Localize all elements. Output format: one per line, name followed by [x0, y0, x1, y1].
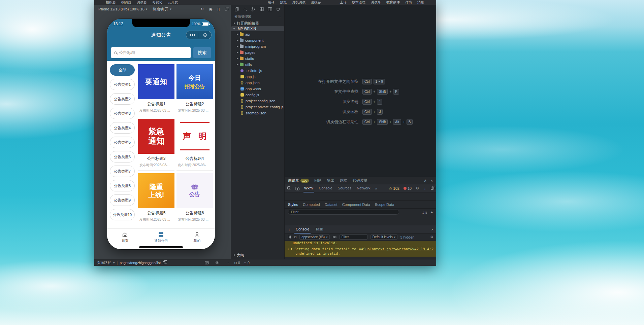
console-filter-input[interactable]	[340, 234, 368, 240]
menu-messages[interactable]: 消息	[417, 0, 424, 5]
tab-terminal[interactable]: 终端	[340, 178, 347, 183]
copy-path-icon[interactable]	[163, 261, 165, 264]
layout-icon[interactable]	[268, 7, 272, 11]
eye-icon[interactable]	[215, 261, 219, 264]
source-link[interactable]: WASubContext.js?t=wechat&v=2.19.4:2	[359, 247, 433, 251]
category-pill-all[interactable]: 全部	[110, 64, 135, 76]
collapse-icon[interactable]: ∧	[424, 178, 427, 183]
tree-folder-api[interactable]: api	[231, 31, 284, 37]
eye-icon[interactable]	[332, 236, 337, 239]
tab-notices[interactable]: 通知公告	[143, 229, 179, 245]
menu-version[interactable]: 版本管理	[352, 0, 365, 5]
menu-simulator[interactable]: 模拟器	[106, 0, 116, 5]
tab-dataset[interactable]: Dataset	[325, 203, 337, 207]
tree-folder-component[interactable]: component	[231, 37, 284, 43]
device-frame-icon[interactable]: ▯	[217, 7, 220, 11]
category-pill[interactable]: 公告类型5	[110, 137, 135, 148]
page-path-selector[interactable]: 页面路径	[97, 260, 111, 265]
console-settings-icon[interactable]: ⚙	[430, 235, 433, 239]
npm-cup-icon[interactable]	[276, 7, 281, 11]
devtools-tab-sources[interactable]: Sources	[337, 184, 352, 192]
source-control-icon[interactable]	[251, 7, 256, 11]
tree-open-editors[interactable]: 打开的编辑器	[231, 20, 284, 26]
category-pill[interactable]: 公告类型4	[110, 122, 135, 134]
more-tabs-icon[interactable]: »	[375, 186, 377, 190]
category-pill[interactable]: 公告类型3	[110, 108, 135, 119]
warning-counter[interactable]: ⚠102	[389, 186, 399, 190]
tab-problems[interactable]: 问题	[314, 178, 322, 183]
hot-reload-selector[interactable]: 热启动 开 ▾	[153, 7, 171, 12]
tree-file-project-config[interactable]: {}project.config.json	[231, 98, 284, 104]
detach-window-icon[interactable]	[225, 8, 227, 10]
category-pill[interactable]: 公告类型2	[110, 93, 135, 105]
current-page-path[interactable]: pages/tongzhigonggao/list	[120, 261, 161, 265]
styles-filter-input[interactable]	[288, 210, 399, 215]
category-pill[interactable]: 公告类型9	[110, 194, 135, 206]
add-style-icon[interactable]: +	[431, 210, 433, 214]
tree-folder-pages[interactable]: pages	[231, 49, 284, 56]
category-pill[interactable]: 公告类型1	[110, 79, 135, 90]
menu-editor[interactable]: 编辑器	[121, 0, 131, 5]
tab-home[interactable]: 首页	[107, 229, 143, 245]
hidden-count[interactable]: 3 hidden	[400, 235, 414, 239]
tab-code-quality[interactable]: 代码质量	[353, 178, 367, 183]
tab-component-data[interactable]: Component Data	[342, 203, 370, 207]
announcement-card[interactable]: 要通知 公告标题1 发布时间:2025-03-...	[138, 64, 174, 116]
resume-icon[interactable]	[287, 235, 291, 239]
category-pill[interactable]: 公告类型8	[110, 180, 135, 191]
tree-folder-utils[interactable]: utils	[231, 62, 284, 68]
tree-root-mp-weixin[interactable]: MP-WEIXIN	[231, 26, 284, 31]
capsule-more-icon[interactable]	[186, 34, 199, 36]
announcement-card[interactable]: 紧急 通知 公告标题3 发布时间:2025-03-...	[138, 119, 174, 171]
console-warning[interactable]: ⚠ Setting data field "total" to WASubCon…	[285, 246, 436, 257]
search-icon[interactable]	[243, 7, 248, 11]
menu-visualization[interactable]: 可视化	[152, 0, 162, 5]
tree-file-project-private-config[interactable]: {}project.private.config.js...	[231, 104, 284, 110]
tree-folder-static[interactable]: static	[231, 56, 284, 62]
category-pill[interactable]: 公告类型6	[110, 151, 135, 162]
inspect-icon[interactable]	[287, 186, 291, 190]
refresh-icon[interactable]: ↻	[200, 7, 204, 11]
more-icon[interactable]: ⋯	[225, 261, 229, 265]
tab-computed[interactable]: Computed	[303, 203, 320, 207]
extensions-icon[interactable]	[260, 7, 264, 11]
device-selector[interactable]: iPhone 12/13 (Pro) 100% 16 ▾	[98, 7, 147, 11]
devtools-tab-wxml[interactable]: Wxml	[303, 184, 314, 192]
explorer-more-icon[interactable]: ⋯	[278, 15, 281, 19]
device-toggle-icon[interactable]	[295, 186, 299, 190]
close-icon[interactable]: ×	[431, 179, 433, 183]
settings-gear-icon[interactable]: ⚙	[416, 186, 419, 190]
tab-scope-data[interactable]: Scope Data	[375, 203, 394, 207]
tab-output[interactable]: 输出	[327, 178, 334, 183]
menu-test-account[interactable]: 测试号	[371, 0, 381, 5]
record-icon[interactable]: ◉	[209, 7, 212, 11]
menu-debugger[interactable]: 调试器	[137, 0, 147, 5]
tree-file-app-js[interactable]: app.js	[231, 74, 284, 80]
outline-section[interactable]: 大纲	[231, 252, 284, 258]
menu-cloud[interactable]: 云开发	[168, 0, 178, 5]
tab-console[interactable]: Console	[294, 225, 311, 233]
tree-file-app-json[interactable]: {}app.json	[231, 80, 284, 86]
devtools-tab-console[interactable]: Console	[318, 184, 333, 192]
devtools-tab-network[interactable]: Network	[356, 184, 371, 192]
files-icon[interactable]	[235, 7, 239, 11]
search-button[interactable]: 搜索	[193, 47, 211, 58]
close-console-icon[interactable]: ×	[431, 227, 433, 231]
devtools-menu-icon[interactable]: ⋮	[423, 186, 427, 190]
tab-task[interactable]: Task	[314, 225, 324, 233]
cls-toggle[interactable]: .cls	[422, 210, 427, 214]
error-counter[interactable]: 10	[404, 186, 412, 190]
menu-preview[interactable]: 预览	[280, 0, 287, 5]
tab-debugger[interactable]: 调试器100	[288, 178, 309, 183]
screenshot-icon[interactable]	[205, 261, 209, 265]
tree-file-eslintrc[interactable]: .eslintrc.js	[231, 68, 284, 74]
tab-profile[interactable]: 我的	[179, 229, 215, 245]
search-input[interactable]: 公告标题	[111, 47, 191, 58]
console-menu-icon[interactable]: ⋮	[287, 227, 291, 231]
tree-folder-miniprogram[interactable]: miniprogram	[231, 43, 284, 49]
problems-counters[interactable]: ⊘0 ⚠0	[234, 261, 250, 265]
capsule-close-icon[interactable]	[199, 33, 212, 37]
announcement-card[interactable]: 声 明 公告标题4 发布时间:2025-03-...	[176, 119, 213, 171]
menu-compile[interactable]: 编译	[268, 0, 275, 5]
tab-styles[interactable]: Styles	[288, 203, 298, 207]
